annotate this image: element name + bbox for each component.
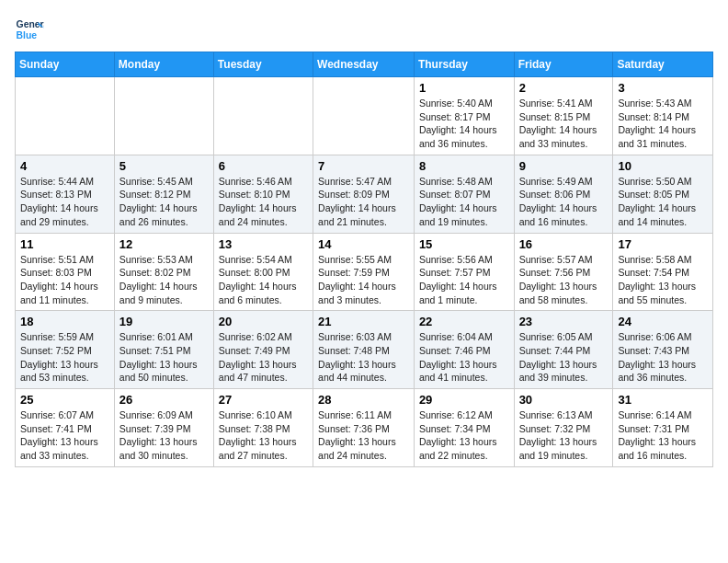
calendar-cell: [114, 77, 213, 155]
day-info: Sunrise: 5:53 AM Sunset: 8:02 PM Dayligh…: [119, 253, 209, 307]
day-number: 25: [20, 393, 109, 407]
calendar-cell: 12Sunrise: 5:53 AM Sunset: 8:02 PM Dayli…: [114, 233, 213, 311]
calendar-cell: 4Sunrise: 5:44 AM Sunset: 8:13 PM Daylig…: [16, 155, 115, 233]
day-number: 6: [219, 159, 308, 173]
day-number: 15: [419, 237, 509, 251]
day-info: Sunrise: 6:01 AM Sunset: 7:51 PM Dayligh…: [119, 330, 209, 385]
day-number: 14: [318, 237, 409, 251]
weekday-header-friday: Friday: [514, 52, 613, 77]
calendar-cell: [213, 77, 313, 155]
day-number: 1: [419, 81, 509, 95]
day-info: Sunrise: 5:43 AM Sunset: 8:14 PM Dayligh…: [618, 97, 708, 151]
day-number: 21: [318, 315, 409, 328]
calendar-cell: 17Sunrise: 5:58 AM Sunset: 7:54 PM Dayli…: [613, 233, 713, 311]
calendar-cell: 16Sunrise: 5:57 AM Sunset: 7:56 PM Dayli…: [514, 233, 613, 311]
day-info: Sunrise: 5:41 AM Sunset: 8:15 PM Dayligh…: [519, 97, 609, 151]
logo: General Blue: [15, 15, 44, 44]
day-info: Sunrise: 5:50 AM Sunset: 8:05 PM Dayligh…: [618, 175, 708, 229]
day-number: 3: [618, 81, 708, 95]
day-info: Sunrise: 6:11 AM Sunset: 7:36 PM Dayligh…: [318, 408, 409, 463]
day-info: Sunrise: 6:10 AM Sunset: 7:38 PM Dayligh…: [219, 408, 308, 463]
calendar-cell: 3Sunrise: 5:43 AM Sunset: 8:14 PM Daylig…: [613, 77, 713, 155]
calendar-cell: 6Sunrise: 5:46 AM Sunset: 8:10 PM Daylig…: [213, 155, 313, 233]
day-info: Sunrise: 5:47 AM Sunset: 8:09 PM Dayligh…: [318, 175, 409, 229]
day-number: 18: [20, 315, 109, 328]
day-number: 30: [519, 393, 609, 407]
day-number: 22: [419, 315, 509, 328]
day-info: Sunrise: 5:59 AM Sunset: 7:52 PM Dayligh…: [20, 330, 109, 385]
calendar-cell: 28Sunrise: 6:11 AM Sunset: 7:36 PM Dayli…: [313, 389, 415, 467]
calendar-cell: 30Sunrise: 6:13 AM Sunset: 7:32 PM Dayli…: [514, 389, 613, 467]
weekday-header-thursday: Thursday: [414, 52, 514, 77]
weekday-header-sunday: Sunday: [16, 52, 115, 77]
day-number: 29: [419, 393, 509, 407]
day-info: Sunrise: 6:09 AM Sunset: 7:39 PM Dayligh…: [119, 408, 209, 463]
weekday-header-wednesday: Wednesday: [313, 52, 415, 77]
day-info: Sunrise: 6:12 AM Sunset: 7:34 PM Dayligh…: [419, 408, 509, 463]
weekday-header-row: SundayMondayTuesdayWednesdayThursdayFrid…: [16, 52, 713, 77]
day-number: 16: [519, 237, 609, 251]
calendar-cell: 13Sunrise: 5:54 AM Sunset: 8:00 PM Dayli…: [213, 233, 313, 311]
weekday-header-monday: Monday: [114, 52, 213, 77]
day-info: Sunrise: 5:45 AM Sunset: 8:12 PM Dayligh…: [119, 175, 209, 229]
svg-text:Blue: Blue: [17, 30, 38, 40]
day-info: Sunrise: 5:40 AM Sunset: 8:17 PM Dayligh…: [419, 97, 509, 151]
calendar-cell: 9Sunrise: 5:49 AM Sunset: 8:06 PM Daylig…: [514, 155, 613, 233]
day-number: 7: [318, 159, 409, 173]
day-info: Sunrise: 5:44 AM Sunset: 8:13 PM Dayligh…: [20, 175, 109, 229]
calendar-cell: 10Sunrise: 5:50 AM Sunset: 8:05 PM Dayli…: [613, 155, 713, 233]
day-number: 28: [318, 393, 409, 407]
day-number: 27: [219, 393, 308, 407]
calendar-table: SundayMondayTuesdayWednesdayThursdayFrid…: [15, 52, 713, 467]
calendar-cell: 26Sunrise: 6:09 AM Sunset: 7:39 PM Dayli…: [114, 389, 213, 467]
calendar-week-row: 18Sunrise: 5:59 AM Sunset: 7:52 PM Dayli…: [16, 311, 713, 389]
day-number: 13: [219, 237, 308, 251]
calendar-week-row: 11Sunrise: 5:51 AM Sunset: 8:03 PM Dayli…: [16, 233, 713, 311]
day-number: 23: [519, 315, 609, 328]
day-info: Sunrise: 5:58 AM Sunset: 7:54 PM Dayligh…: [618, 253, 708, 307]
calendar-cell: 22Sunrise: 6:04 AM Sunset: 7:46 PM Dayli…: [414, 311, 514, 389]
calendar-cell: 8Sunrise: 5:48 AM Sunset: 8:07 PM Daylig…: [414, 155, 514, 233]
day-number: 10: [618, 159, 708, 173]
day-info: Sunrise: 5:49 AM Sunset: 8:06 PM Dayligh…: [519, 175, 609, 229]
day-info: Sunrise: 5:48 AM Sunset: 8:07 PM Dayligh…: [419, 175, 509, 229]
day-number: 24: [618, 315, 708, 328]
day-info: Sunrise: 6:02 AM Sunset: 7:49 PM Dayligh…: [219, 330, 308, 385]
calendar-cell: 18Sunrise: 5:59 AM Sunset: 7:52 PM Dayli…: [16, 311, 115, 389]
day-number: 19: [119, 315, 209, 328]
page-header: General Blue: [15, 15, 713, 44]
day-info: Sunrise: 5:57 AM Sunset: 7:56 PM Dayligh…: [519, 253, 609, 307]
day-number: 2: [519, 81, 609, 95]
calendar-week-row: 1Sunrise: 5:40 AM Sunset: 8:17 PM Daylig…: [16, 77, 713, 155]
weekday-header-saturday: Saturday: [613, 52, 713, 77]
day-number: 26: [119, 393, 209, 407]
calendar-cell: 25Sunrise: 6:07 AM Sunset: 7:41 PM Dayli…: [16, 389, 115, 467]
day-info: Sunrise: 6:05 AM Sunset: 7:44 PM Dayligh…: [519, 330, 609, 385]
day-number: 17: [618, 237, 708, 251]
calendar-cell: [16, 77, 115, 155]
calendar-cell: 21Sunrise: 6:03 AM Sunset: 7:48 PM Dayli…: [313, 311, 415, 389]
calendar-cell: 11Sunrise: 5:51 AM Sunset: 8:03 PM Dayli…: [16, 233, 115, 311]
day-info: Sunrise: 5:56 AM Sunset: 7:57 PM Dayligh…: [419, 253, 509, 307]
day-number: 31: [618, 393, 708, 407]
calendar-cell: 14Sunrise: 5:55 AM Sunset: 7:59 PM Dayli…: [313, 233, 415, 311]
day-info: Sunrise: 6:06 AM Sunset: 7:43 PM Dayligh…: [618, 330, 708, 385]
day-info: Sunrise: 6:13 AM Sunset: 7:32 PM Dayligh…: [519, 408, 609, 463]
calendar-cell: 1Sunrise: 5:40 AM Sunset: 8:17 PM Daylig…: [414, 77, 514, 155]
calendar-cell: 31Sunrise: 6:14 AM Sunset: 7:31 PM Dayli…: [613, 389, 713, 467]
day-info: Sunrise: 5:51 AM Sunset: 8:03 PM Dayligh…: [20, 253, 109, 307]
calendar-cell: 19Sunrise: 6:01 AM Sunset: 7:51 PM Dayli…: [114, 311, 213, 389]
day-number: 9: [519, 159, 609, 173]
day-info: Sunrise: 5:55 AM Sunset: 7:59 PM Dayligh…: [318, 253, 409, 307]
day-number: 20: [219, 315, 308, 328]
weekday-header-tuesday: Tuesday: [213, 52, 313, 77]
calendar-week-row: 4Sunrise: 5:44 AM Sunset: 8:13 PM Daylig…: [16, 155, 713, 233]
day-number: 8: [419, 159, 509, 173]
day-info: Sunrise: 6:03 AM Sunset: 7:48 PM Dayligh…: [318, 330, 409, 385]
calendar-cell: [313, 77, 415, 155]
day-info: Sunrise: 6:07 AM Sunset: 7:41 PM Dayligh…: [20, 408, 109, 463]
day-info: Sunrise: 6:04 AM Sunset: 7:46 PM Dayligh…: [419, 330, 509, 385]
calendar-week-row: 25Sunrise: 6:07 AM Sunset: 7:41 PM Dayli…: [16, 389, 713, 467]
day-number: 11: [20, 237, 109, 251]
calendar-cell: 2Sunrise: 5:41 AM Sunset: 8:15 PM Daylig…: [514, 77, 613, 155]
